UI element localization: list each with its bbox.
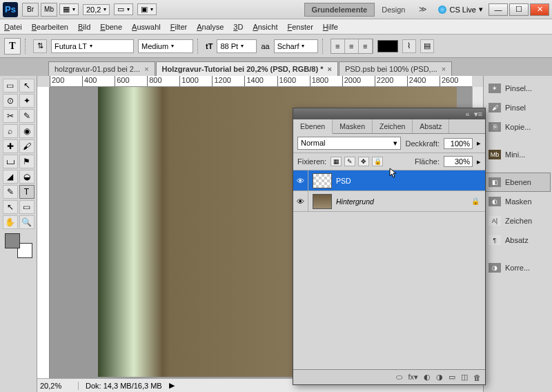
marquee-tool[interactable]: ↖ [19,79,34,92]
layer-name[interactable]: PSD [336,177,485,185]
menu-ebene[interactable]: Ebene [100,23,122,31]
blend-mode-dropdown[interactable]: Normal▾ [297,137,401,150]
tab-masken[interactable]: Masken [333,119,373,133]
font-size-dropdown[interactable]: 88 Pt▾ [217,39,257,53]
lasso-tool[interactable]: ⊙ [3,94,18,108]
close-icon[interactable]: × [144,65,148,73]
tab-absatz[interactable]: Absatz [413,119,449,133]
minibridge-button[interactable]: Mb [41,3,57,17]
opacity-field[interactable]: 100% [444,138,473,149]
dock-kopie[interactable]: ⎘Kopie... [485,117,551,137]
workspace-more[interactable]: ≫ [412,3,434,16]
ruler-horizontal[interactable]: 2004006008001000120014001600180020002200… [50,76,472,87]
text-orientation-button[interactable]: ⇅ [33,39,47,53]
doc-info[interactable]: Dok: 14,3 MB/16,3 MB [79,382,169,390]
menu-hilfe[interactable]: Hilfe [323,23,338,31]
fill-flyout-icon[interactable]: ▸ [477,157,481,166]
history-brush-tool[interactable]: 🖌 [19,139,34,153]
dock-pinsel-presets[interactable]: ✶Pinsel... [485,79,551,98]
dock-korrekturen[interactable]: ◑Korre... [485,258,551,277]
tab-ebenen[interactable]: Ebenen [293,119,333,134]
pen-tool[interactable]: ✎ [3,185,18,199]
crop-tool[interactable]: ✂ [3,109,18,123]
hand-tool[interactable]: ✋ [3,215,18,229]
visibility-toggle[interactable]: 👁 [293,191,308,211]
antialias-dropdown[interactable]: Scharf▾ [274,39,318,53]
gradient-tool[interactable]: ⚑ [19,155,34,168]
font-family-dropdown[interactable]: Futura LT▾ [51,39,134,53]
eraser-tool[interactable]: ⌴ [3,155,18,168]
view-extras-dropdown[interactable]: ▦▾ [59,3,79,15]
close-button[interactable]: ✕ [530,3,549,16]
menu-datei[interactable]: Datei [4,23,22,31]
ruler-vertical[interactable] [37,87,50,378]
dock-ebenen[interactable]: ◧Ebenen [485,173,551,192]
maximize-button[interactable]: ☐ [509,3,529,16]
menu-3d[interactable]: 3D [233,23,243,31]
dodge-tool[interactable]: ◒ [19,170,34,184]
link-layers-button[interactable]: ⬭ [396,373,402,382]
menu-bearbeiten[interactable]: Bearbeiten [32,23,68,31]
dock-masken[interactable]: ◐Masken [485,192,551,211]
menu-fenster[interactable]: Fenster [287,23,313,31]
warp-text-button[interactable]: ⌇ [402,39,416,53]
align-left-button[interactable]: ≡ [331,39,345,53]
fill-field[interactable]: 30% [444,156,473,167]
bridge-button[interactable]: Br [22,3,39,17]
shape-tool[interactable]: ▭ [19,200,34,214]
layer-name[interactable]: Hintergrund [336,197,471,206]
opacity-flyout-icon[interactable]: ▸ [477,139,481,148]
foreground-color[interactable] [5,233,20,248]
tab-zeichen[interactable]: Zeichen [373,119,413,133]
delete-layer-button[interactable]: 🗑 [473,373,481,382]
dock-pinsel[interactable]: 🖌Pinsel [485,98,551,117]
eyedropper-tool[interactable]: ✎ [19,109,34,123]
healing-tool[interactable]: ⌕ [3,124,18,138]
collapse-icon[interactable]: « [465,110,469,118]
brush-tool[interactable]: ◉ [19,124,34,138]
layer-row[interactable]: 👁 PSD [293,170,485,191]
close-icon[interactable]: × [327,65,331,73]
move-tool[interactable]: ▭ [3,79,18,92]
zoom-dropdown[interactable]: 20,2▾ [83,4,110,15]
screenmode-dropdown[interactable]: ▣▾ [137,3,157,15]
minimize-button[interactable]: — [489,3,508,16]
lock-all-button[interactable]: 🔒 [372,157,383,166]
menu-filter[interactable]: Filter [170,23,187,31]
type-tool[interactable]: T [19,185,34,199]
layer-thumbnail[interactable] [313,173,332,188]
new-layer-button[interactable]: ◫ [461,373,468,382]
menu-auswahl[interactable]: Auswahl [132,23,161,31]
zoom-field[interactable]: 20,2% [37,382,79,390]
zoom-tool[interactable]: 🔍 [19,215,34,229]
doc-tab-1[interactable]: holzgravur-01.psd bei 2...× [48,61,155,76]
panel-titlebar[interactable]: « ▾≡ [293,108,485,119]
adjustment-button[interactable]: ◑ [436,373,443,382]
mask-button[interactable]: ◐ [424,373,431,382]
workspace-grundelemente[interactable]: Grundelemente [304,3,375,17]
menu-ansicht[interactable]: Ansicht [253,23,277,31]
doc-tab-2[interactable]: Holzgravur-Tutorial bei 20,2% (PSD, RGB/… [156,61,338,76]
dock-minibridge[interactable]: MbMini... [485,145,551,164]
arrange-dropdown[interactable]: ▭▾ [114,3,133,15]
text-color-swatch[interactable] [377,40,398,52]
visibility-toggle[interactable]: 👁 [293,170,308,190]
align-center-button[interactable]: ≡ [345,39,359,53]
menu-analyse[interactable]: Analyse [197,23,224,31]
font-style-dropdown[interactable]: Medium▾ [138,39,193,53]
layer-row[interactable]: 👁 Hintergrund 🔒 [293,191,485,212]
color-swatches[interactable] [5,233,32,258]
character-panel-button[interactable]: ▤ [420,39,434,53]
tool-indicator[interactable]: T [4,38,21,55]
doc-tab-3[interactable]: PSD.psb bei 100% (PSD,...× [339,61,452,76]
align-right-button[interactable]: ≡ [359,39,373,53]
lock-transparent-button[interactable]: ▦ [331,157,342,166]
close-icon[interactable]: × [442,65,446,73]
cs-live-button[interactable]: CS Live ▾ [434,5,487,14]
group-button[interactable]: ▭ [448,373,455,382]
dock-absatz[interactable]: ¶Absatz [485,231,551,250]
fx-button[interactable]: fx▾ [408,373,418,382]
lock-position-button[interactable]: ✥ [358,157,369,166]
status-arrow-icon[interactable]: ▶ [169,381,175,390]
wand-tool[interactable]: ✦ [19,94,34,108]
